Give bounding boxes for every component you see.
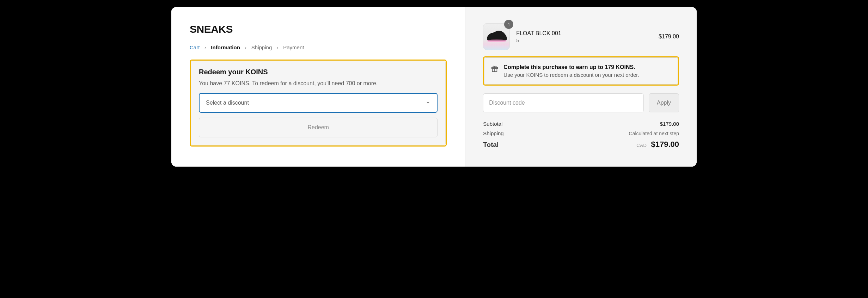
- subtotal-value: $179.00: [660, 121, 679, 127]
- shipping-row: Shipping Calculated at next step: [483, 130, 679, 136]
- svg-point-0: [487, 39, 507, 42]
- redeem-button[interactable]: Redeem: [199, 118, 438, 137]
- discount-select[interactable]: Select a discount: [199, 93, 438, 113]
- total-label: Total: [483, 141, 499, 149]
- shipping-label: Shipping: [483, 130, 503, 136]
- total-currency: CAD: [636, 143, 647, 148]
- shipping-value: Calculated at next step: [629, 131, 679, 136]
- breadcrumb-cart[interactable]: Cart: [190, 44, 200, 50]
- discount-row: Apply: [483, 93, 679, 112]
- sneaker-icon: [485, 29, 508, 43]
- total-value: $179.00: [651, 140, 679, 149]
- breadcrumb-information: Information: [211, 44, 240, 50]
- product-thumbnail-wrap: 1: [483, 23, 510, 50]
- earn-text: Complete this purchase to earn up to 179…: [503, 64, 639, 78]
- redeem-card: Redeem your KOINS You have 77 KOINS. To …: [191, 61, 446, 145]
- earn-box: Complete this purchase to earn up to 179…: [484, 57, 678, 85]
- cart-item-price: $179.00: [659, 33, 679, 40]
- totals: Subtotal $179.00 Shipping Calculated at …: [483, 121, 679, 149]
- gift-icon: [491, 65, 499, 74]
- cart-item-variant: 5: [516, 37, 652, 43]
- brand-logo: SNEAKS: [190, 23, 447, 35]
- breadcrumb-shipping: Shipping: [251, 44, 272, 50]
- breadcrumb: Cart › Information › Shipping › Payment: [190, 44, 447, 50]
- redeem-title: Redeem your KOINS: [199, 68, 438, 76]
- chevron-down-icon: [426, 100, 430, 106]
- right-pane: 1 FLOAT BLCK 001 5 $179.00: [465, 7, 697, 167]
- total-row: Total CAD $179.00: [483, 140, 679, 149]
- checkout-frame: SNEAKS Cart › Information › Shipping › P…: [171, 7, 697, 167]
- earn-subtitle: Use your KOINS to redeem a discount on y…: [503, 72, 639, 78]
- quantity-badge: 1: [504, 20, 513, 29]
- cart-item-name: FLOAT BLCK 001: [516, 30, 652, 37]
- redeem-highlight: Redeem your KOINS You have 77 KOINS. To …: [190, 60, 447, 147]
- discount-select-placeholder: Select a discount: [206, 100, 249, 106]
- apply-button[interactable]: Apply: [649, 93, 679, 112]
- chevron-right-icon: ›: [245, 45, 246, 50]
- earn-highlight: Complete this purchase to earn up to 179…: [483, 56, 679, 86]
- chevron-right-icon: ›: [277, 45, 278, 50]
- cart-item-meta: FLOAT BLCK 001 5: [516, 30, 652, 43]
- subtotal-label: Subtotal: [483, 121, 502, 127]
- subtotal-row: Subtotal $179.00: [483, 121, 679, 127]
- discount-code-input[interactable]: [483, 93, 644, 112]
- chevron-right-icon: ›: [204, 45, 206, 50]
- breadcrumb-payment: Payment: [283, 44, 304, 50]
- earn-title: Complete this purchase to earn up to 179…: [503, 64, 639, 70]
- cart-item: 1 FLOAT BLCK 001 5 $179.00: [483, 23, 679, 50]
- left-pane: SNEAKS Cart › Information › Shipping › P…: [171, 7, 465, 167]
- redeem-subtitle: You have 77 KOINS. To redeem for a disco…: [199, 80, 438, 87]
